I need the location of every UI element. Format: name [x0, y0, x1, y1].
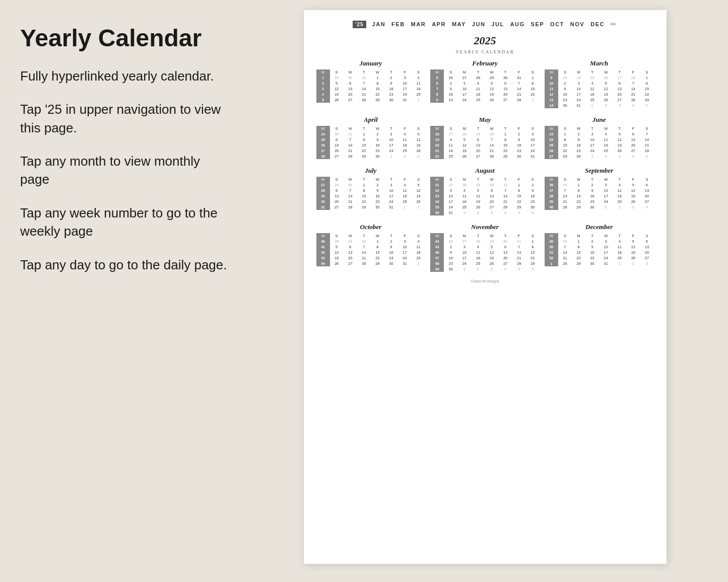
page-title: Yearly Calendar — [20, 25, 232, 52]
nav-oct[interactable]: OCT — [550, 21, 564, 27]
calendar-title: 2025 — [316, 34, 654, 47]
month-name-november[interactable]: November — [430, 223, 540, 231]
month-april: April WSMTWTFS 14303112345 156789101112 … — [316, 116, 426, 159]
month-august: August WSMTWTFS 31272829303112 323456789… — [430, 167, 540, 215]
nav-sep[interactable]: SEP — [531, 21, 545, 27]
month-name-may[interactable]: May — [430, 116, 540, 124]
month-september: September WSMTWTFS 3631123456 3778910111… — [545, 167, 654, 215]
month-name-june[interactable]: June — [545, 116, 654, 124]
left-panel: Yearly Calendar Fully hyperlinked yearly… — [0, 0, 252, 582]
month-name-january[interactable]: January — [316, 59, 426, 67]
desc-2: Tap '25 in upper navigation to view this… — [20, 100, 232, 137]
month-name-april[interactable]: April — [316, 116, 426, 124]
nav-jul[interactable]: JUL — [491, 21, 504, 27]
month-name-september[interactable]: September — [545, 167, 654, 175]
month-october: October WSMTWTFS 402829301234 4156789101… — [316, 223, 426, 272]
month-june: June WSMTWTFS 231234567 24891011121314 2… — [545, 116, 654, 159]
month-name-february[interactable]: February — [430, 59, 540, 67]
nav-aug[interactable]: AUG — [510, 21, 525, 27]
month-november: November WSMTWTFS 442627282930311 452345… — [430, 223, 540, 272]
desc-4: Tap any week number to go to the weekly … — [20, 204, 232, 241]
month-name-december[interactable]: December — [545, 223, 654, 231]
top-navigation: '25 JAN FEB MAR APR MAY JUN JUL AUG SEP … — [316, 20, 654, 28]
calendar-subtitle: Yearly Calendar — [316, 49, 654, 54]
months-grid: January WSMTWTFS 12930311234 2567891011 … — [316, 59, 654, 272]
right-panel: '25 JAN FEB MAR APR MAY JUN JUL AUG SEP … — [252, 0, 728, 582]
nav-apr[interactable]: APR — [432, 21, 446, 27]
month-july: July WSMTWTFS 27293012345 286789101112 2… — [316, 167, 426, 215]
month-january: January WSMTWTFS 12930311234 2567891011 … — [316, 59, 426, 108]
nav-may[interactable]: MAY — [452, 21, 466, 27]
desc-1: Fully hyperlinked yearly calendar. — [20, 67, 232, 85]
desc-3: Tap any month to view monthly page — [20, 152, 232, 189]
month-may: May WSMTWTFS 1827282930123 1945678910 20… — [430, 116, 540, 159]
month-name-august[interactable]: August — [430, 167, 540, 175]
nav-jun[interactable]: JUN — [472, 21, 486, 27]
year-badge[interactable]: '25 — [353, 21, 366, 28]
calendar-year: 2025 — [316, 34, 654, 47]
month-name-july[interactable]: July — [316, 167, 426, 175]
nav-feb[interactable]: FEB — [391, 21, 405, 27]
month-december: December WSMTWTFS 4930123456 50789101112… — [545, 223, 654, 272]
calendar-page: '25 JAN FEB MAR APR MAY JUN JUL AUG SEP … — [304, 10, 667, 564]
month-february: February WSMTWTFS 52627282930311 6234567… — [430, 59, 540, 108]
month-name-march[interactable]: March — [545, 59, 654, 67]
edit-icon[interactable]: ✏ — [611, 20, 617, 28]
nav-jan[interactable]: JAN — [372, 21, 386, 27]
desc-5: Tap any day to go to the daily page. — [20, 256, 232, 274]
nav-mar[interactable]: MAR — [411, 21, 426, 27]
nav-nov[interactable]: NOV — [570, 21, 584, 27]
footer: ©Jana W Designs — [316, 279, 654, 283]
month-march: March WSMTWTFS 92324252627281 102345678 … — [545, 59, 654, 108]
month-name-october[interactable]: October — [316, 223, 426, 231]
nav-dec[interactable]: DEC — [590, 21, 605, 27]
